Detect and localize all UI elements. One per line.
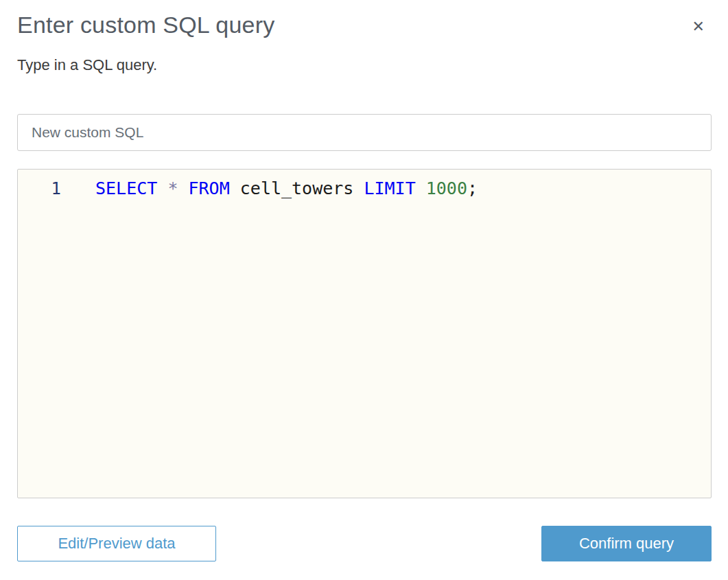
- custom-sql-name-input[interactable]: [17, 114, 712, 151]
- sql-token-number: 1000: [426, 178, 467, 198]
- confirm-query-button[interactable]: Confirm query: [541, 526, 712, 561]
- code-line: 1 SELECT * FROM cell_towers LIMIT 1000;: [18, 170, 711, 199]
- sql-token-punctuation: ;: [467, 178, 478, 198]
- close-icon[interactable]: ✕: [690, 16, 707, 37]
- sql-token-keyword: FROM: [189, 178, 230, 198]
- dialog-header: Enter custom SQL query ✕: [17, 11, 712, 38]
- sql-token-plain: [178, 178, 188, 198]
- sql-token-plain: [157, 178, 167, 198]
- custom-sql-dialog: Enter custom SQL query ✕ Type in a SQL q…: [0, 0, 728, 580]
- sql-code: SELECT * FROM cell_towers LIMIT 1000;: [61, 178, 478, 199]
- edit-preview-data-button[interactable]: Edit/Preview data: [17, 526, 216, 561]
- sql-token-keyword: LIMIT: [364, 178, 415, 198]
- sql-token-plain: [416, 178, 426, 198]
- sql-token-plain: [353, 178, 364, 198]
- sql-token-plain: [230, 178, 240, 198]
- dialog-title: Enter custom SQL query: [17, 11, 274, 38]
- sql-token-operator: *: [167, 178, 178, 198]
- sql-token-identifier: cell_towers: [240, 178, 354, 198]
- dialog-footer: Edit/Preview data Confirm query: [17, 526, 712, 561]
- sql-editor[interactable]: 1 SELECT * FROM cell_towers LIMIT 1000;: [17, 169, 712, 498]
- dialog-subtitle: Type in a SQL query.: [17, 56, 712, 74]
- line-number: 1: [18, 178, 61, 199]
- sql-token-keyword: SELECT: [95, 178, 157, 198]
